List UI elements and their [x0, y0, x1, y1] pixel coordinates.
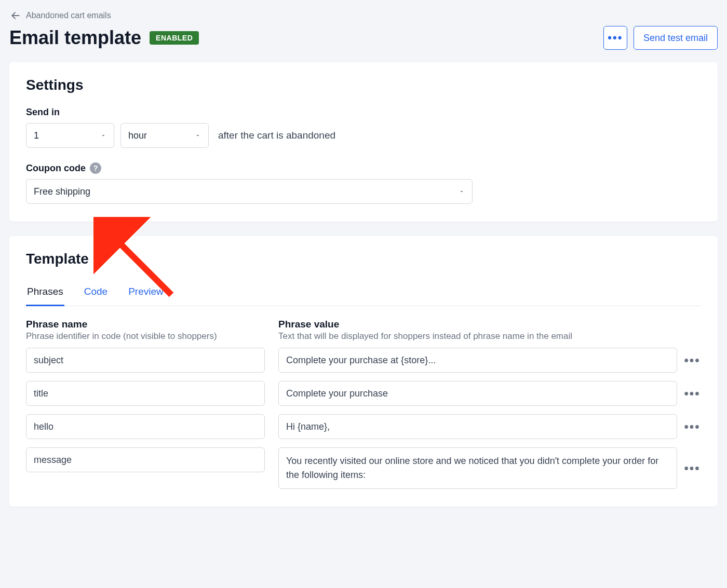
phrase-row: ••• — [26, 414, 701, 439]
tab-code[interactable]: Code — [83, 281, 109, 306]
phrase-row: ••• — [26, 381, 701, 406]
coupon-code-label: Coupon code ? — [26, 162, 701, 174]
send-in-unit-value: hour — [128, 130, 147, 141]
tab-phrases[interactable]: Phrases — [26, 281, 64, 306]
template-tabs: Phrases Code Preview — [26, 281, 701, 306]
ellipsis-icon: ••• — [684, 419, 700, 434]
row-actions-button[interactable]: ••• — [683, 418, 701, 435]
phrase-row: You recently visited our online store an… — [26, 447, 701, 489]
phrase-value-subheader: Text that will be displayed for shoppers… — [278, 331, 701, 341]
phrase-row: ••• — [26, 348, 701, 373]
phrase-name-input[interactable] — [26, 447, 265, 472]
template-heading: Template — [26, 251, 701, 267]
phrase-name-input[interactable] — [26, 414, 265, 439]
phrase-value-input[interactable] — [278, 381, 677, 406]
settings-card: Settings Send in 1 hour after the cart i… — [9, 62, 718, 222]
back-arrow-icon[interactable] — [9, 9, 22, 22]
ellipsis-icon: ••• — [684, 461, 700, 475]
phrase-value-header: Phrase value — [278, 319, 701, 330]
chevron-down-icon — [100, 132, 106, 139]
ellipsis-icon: ••• — [684, 353, 700, 367]
ellipsis-icon: ••• — [684, 386, 700, 401]
coupon-code-select[interactable]: Free shipping — [26, 179, 473, 204]
tab-preview[interactable]: Preview — [127, 281, 165, 306]
help-icon[interactable]: ? — [90, 162, 101, 174]
phrase-name-input[interactable] — [26, 348, 265, 373]
chevron-down-icon — [195, 132, 201, 139]
row-actions-button[interactable]: ••• — [683, 459, 701, 477]
ellipsis-icon: ••• — [608, 31, 623, 45]
phrase-name-subheader: Phrase identifier in code (not visible t… — [26, 331, 265, 341]
settings-heading: Settings — [26, 77, 701, 93]
breadcrumb-label: Abandoned cart emails — [26, 11, 111, 20]
send-in-amount-select[interactable]: 1 — [26, 123, 114, 148]
chevron-down-icon — [459, 188, 465, 195]
page-title: Email template — [9, 27, 141, 49]
send-in-amount-value: 1 — [34, 130, 39, 141]
send-in-unit-select[interactable]: hour — [120, 123, 209, 148]
more-actions-button[interactable]: ••• — [603, 26, 627, 50]
send-in-after-text: after the cart is abandoned — [218, 130, 335, 141]
phrase-value-input[interactable]: You recently visited our online store an… — [278, 447, 677, 489]
status-badge: ENABLED — [150, 31, 199, 45]
row-actions-button[interactable]: ••• — [683, 385, 701, 402]
phrase-value-input[interactable] — [278, 414, 677, 439]
send-test-button[interactable]: Send test email — [634, 26, 718, 50]
row-actions-button[interactable]: ••• — [683, 351, 701, 369]
send-in-label: Send in — [26, 107, 701, 118]
phrase-name-input[interactable] — [26, 381, 265, 406]
template-card: Template Phrases Code Preview Phrase nam… — [9, 236, 718, 507]
coupon-code-value: Free shipping — [34, 186, 90, 197]
phrase-name-header: Phrase name — [26, 319, 265, 330]
breadcrumb[interactable]: Abandoned cart emails — [9, 9, 718, 22]
phrase-value-input[interactable] — [278, 348, 677, 373]
